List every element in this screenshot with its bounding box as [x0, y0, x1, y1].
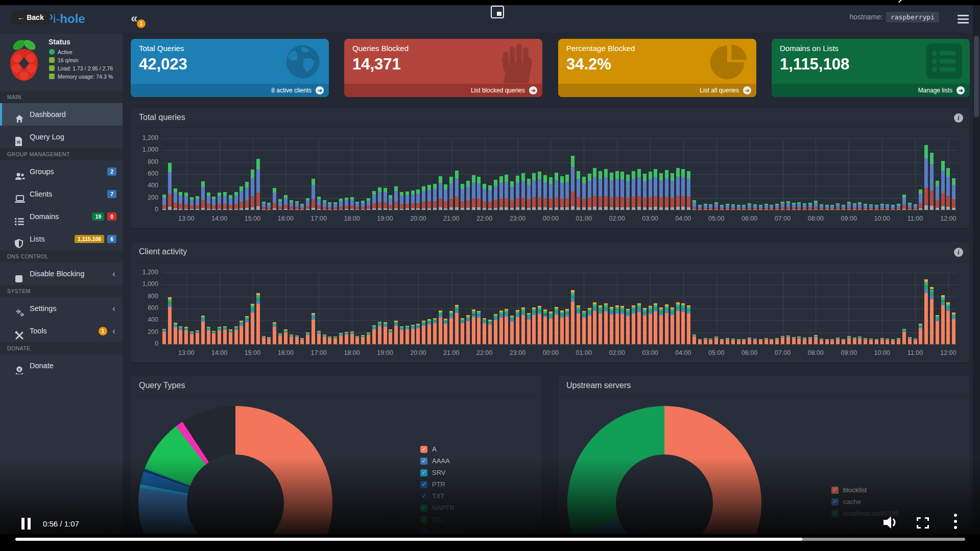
bar-client-5[interactable] [389, 329, 392, 330]
bar-cached[interactable] [692, 209, 696, 210]
bar-forwarded[interactable] [748, 205, 751, 208]
bar-cached[interactable] [665, 207, 668, 210]
bar-client-5[interactable] [190, 331, 194, 332]
bar-client-2[interactable] [477, 316, 481, 318]
bar-client-4[interactable] [162, 329, 166, 330]
bar-client-3[interactable] [251, 307, 254, 310]
bar-cached[interactable] [582, 207, 586, 210]
bar-client-5[interactable] [588, 308, 591, 309]
bar-cached[interactable] [654, 207, 657, 210]
bar-other[interactable] [764, 204, 768, 205]
bar-client-1[interactable] [162, 332, 166, 344]
bar-client-2[interactable] [251, 310, 254, 313]
bar-client-3[interactable] [864, 339, 867, 339]
bar-cached[interactable] [439, 207, 442, 210]
bar-forwarded[interactable] [312, 185, 315, 199]
bar-client-3[interactable] [345, 333, 348, 333]
bar-forwarded[interactable] [190, 200, 194, 206]
bar-blocked[interactable] [571, 191, 575, 206]
bar-client-3[interactable] [394, 323, 398, 324]
bar-client-4[interactable] [814, 336, 818, 336]
bar-forwarded[interactable] [902, 198, 906, 205]
bar-blocked[interactable] [615, 197, 619, 207]
bar-forwarded[interactable] [472, 182, 475, 198]
bar-client-2[interactable] [527, 318, 531, 320]
bar-client-5[interactable] [505, 309, 508, 310]
bar-client-4[interactable] [416, 325, 420, 326]
bar-cached[interactable] [333, 209, 337, 210]
bar-blocked[interactable] [444, 201, 447, 208]
bar-blocked[interactable] [864, 208, 867, 209]
bar-client-1[interactable] [786, 337, 790, 344]
bar-client-5[interactable] [168, 297, 172, 299]
bar-client-1[interactable] [908, 339, 912, 344]
bar-other[interactable] [521, 173, 525, 180]
bar-other[interactable] [361, 201, 365, 203]
bar-forwarded[interactable] [808, 204, 812, 207]
bar-cached[interactable] [494, 208, 497, 210]
bar-cached[interactable] [737, 209, 740, 210]
bar-client-5[interactable] [411, 325, 415, 326]
bar-other[interactable] [394, 186, 398, 191]
bar-client-2[interactable] [919, 327, 922, 328]
bar-client-5[interactable] [620, 306, 624, 307]
bar-other[interactable] [897, 204, 900, 205]
bar-client-1[interactable] [615, 314, 619, 344]
bar-blocked[interactable] [786, 207, 790, 209]
bar-client-3[interactable] [692, 336, 696, 336]
bar-client-4[interactable] [207, 327, 210, 328]
bar-cached[interactable] [433, 208, 437, 210]
bar-blocked[interactable] [234, 204, 238, 208]
bar-blocked[interactable] [709, 208, 712, 209]
bar-other[interactable] [820, 204, 823, 205]
bar-client-2[interactable] [704, 339, 707, 340]
bar-cached[interactable] [560, 207, 564, 210]
bar-other[interactable] [714, 202, 718, 204]
bar-client-4[interactable] [355, 336, 359, 337]
bar-client-4[interactable] [704, 338, 707, 339]
bar-client-1[interactable] [444, 324, 447, 344]
bar-forwarded[interactable] [626, 181, 630, 198]
bar-client-2[interactable] [555, 313, 558, 315]
bar-forwarded[interactable] [218, 196, 221, 204]
bar-client-3[interactable] [577, 309, 580, 312]
bar-client-4[interactable] [637, 305, 641, 307]
bar-client-1[interactable] [510, 322, 514, 344]
bar-client-5[interactable] [593, 302, 596, 304]
bar-client-1[interactable] [499, 318, 503, 344]
bar-client-5[interactable] [615, 305, 619, 307]
bar-client-2[interactable] [488, 323, 492, 325]
bar-client-1[interactable] [262, 338, 266, 344]
bar-client-4[interactable] [494, 315, 497, 317]
bar-forwarded[interactable] [555, 180, 558, 198]
bar-forwarded[interactable] [886, 205, 889, 208]
bar-forwarded[interactable] [240, 191, 243, 202]
bar-client-3[interactable] [919, 326, 922, 327]
bar-client-1[interactable] [875, 340, 878, 344]
bar-client-3[interactable] [472, 313, 475, 315]
bar-client-3[interactable] [626, 312, 630, 314]
bar-client-1[interactable] [880, 339, 884, 344]
bar-client-3[interactable] [875, 339, 878, 340]
bar-blocked[interactable] [560, 199, 564, 208]
bar-client-2[interactable] [256, 301, 260, 304]
bar-cached[interactable] [229, 209, 232, 210]
bar-forwarded[interactable] [908, 204, 912, 207]
bar-blocked[interactable] [737, 208, 740, 210]
bar-client-4[interactable] [908, 338, 912, 338]
bar-client-4[interactable] [709, 339, 712, 339]
bar-client-1[interactable] [930, 299, 934, 344]
bar-client-3[interactable] [941, 300, 945, 303]
bar-forwarded[interactable] [405, 195, 409, 204]
bar-other[interactable] [803, 203, 806, 205]
bar-client-3[interactable] [256, 298, 260, 301]
bar-other[interactable] [466, 181, 470, 186]
bar-client-1[interactable] [946, 311, 950, 344]
bar-forwarded[interactable] [620, 179, 624, 197]
bar-client-2[interactable] [770, 340, 773, 340]
bar-client-3[interactable] [499, 314, 503, 316]
bar-client-2[interactable] [599, 312, 602, 314]
bar-client-3[interactable] [162, 330, 166, 331]
bar-cached[interactable] [400, 209, 403, 210]
bar-client-2[interactable] [797, 338, 801, 339]
